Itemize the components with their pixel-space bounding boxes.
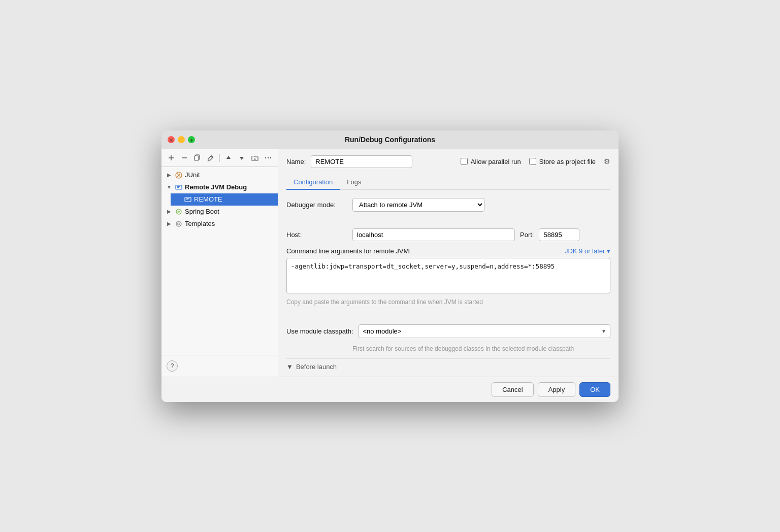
config-name-input[interactable] [311,155,412,168]
sidebar-item-remote-jvm[interactable]: ▼ Remote JVM Debug [161,181,278,193]
module-classpath-label: Use module classpath: [286,327,353,335]
move-up-button[interactable] [223,152,234,163]
sidebar-item-spring-label: Spring Boot [185,208,219,215]
cmd-label-row: Command line arguments for remote JVM: J… [286,247,610,255]
config-scroll-area: Debugger mode: Attach to remote JVM List… [286,198,610,371]
sidebar-toolbar [161,149,278,167]
remote-icon [184,195,192,204]
add-config-button[interactable] [166,152,177,163]
collapse-arrow-remote-jvm: ▼ [166,184,173,191]
maximize-button[interactable] [188,136,195,143]
before-launch-arrow: ▼ [286,363,293,371]
svg-point-23 [176,221,181,226]
new-folder-button[interactable] [249,152,261,163]
sidebar-item-junit[interactable]: ▶ JUnit [161,169,278,181]
sidebar-footer: ? [161,355,278,377]
more-button[interactable] [263,152,274,163]
apply-button[interactable]: Apply [538,382,576,397]
before-launch-section: ▼ Before launch [286,358,610,371]
host-input[interactable] [352,228,515,241]
header-options: Allow parallel run Store as project file… [461,157,610,165]
remote-no-arrow [175,196,182,203]
module-classpath-hint: First search for sources of the debugged… [352,345,610,352]
module-classpath-select[interactable]: <no module> [359,324,610,338]
dialog-title: Run/Debug Configurations [345,136,435,144]
section-divider-2 [286,316,610,316]
close-button[interactable] [168,136,175,143]
name-label: Name: [286,158,306,165]
host-label: Host: [286,231,347,239]
remove-config-button[interactable] [179,152,190,163]
minimize-button[interactable] [178,136,185,143]
spring-icon [175,208,183,216]
title-bar: Run/Debug Configurations [161,130,619,149]
help-button[interactable]: ? [167,360,178,372]
sidebar-item-remote[interactable]: REMOTE [171,193,278,206]
cmd-label: Command line arguments for remote JVM: [286,247,411,255]
toolbar-divider [219,154,220,162]
svg-rect-8 [194,156,199,160]
module-select-wrap: <no module> [359,324,610,338]
module-classpath-row: Use module classpath: <no module> [286,324,610,338]
cmd-section: Command line arguments for remote JVM: J… [286,247,610,308]
jdk-link[interactable]: JDK 9 or later ▾ [565,247,610,255]
window-controls [168,136,195,143]
collapse-arrow-spring: ▶ [166,208,173,215]
dialog-footer: Cancel Apply OK [161,377,619,402]
svg-point-13 [268,157,269,158]
ok-button[interactable]: OK [579,382,610,397]
sidebar: ▶ JUnit ▼ [161,149,278,377]
config-section: Debugger mode: Attach to remote JVM List… [286,198,610,352]
move-down-button[interactable] [236,152,247,163]
debugger-mode-row: Debugger mode: Attach to remote JVM List… [286,198,610,212]
allow-parallel-label[interactable]: Allow parallel run [461,158,521,165]
tab-configuration[interactable]: Configuration [286,175,340,190]
sidebar-item-remote-jvm-label: Remote JVM Debug [185,183,247,191]
allow-parallel-checkbox[interactable] [461,158,468,165]
junit-icon [175,171,183,179]
host-port-row: Host: Port: [286,228,610,241]
templates-icon [175,220,183,228]
sidebar-item-spring-boot[interactable]: ▶ Spring Boot [161,206,278,218]
sidebar-tree: ▶ JUnit ▼ [161,167,278,355]
sidebar-item-junit-label: JUnit [185,171,200,179]
cancel-button[interactable]: Cancel [492,382,533,397]
tab-logs[interactable]: Logs [340,175,368,190]
copy-config-button[interactable] [192,152,203,163]
header-row: Name: Allow parallel run Store as projec… [286,155,610,168]
collapse-arrow-junit: ▶ [166,172,173,179]
section-divider-1 [286,220,610,220]
cmd-hint: Copy and paste the arguments to the comm… [286,296,610,308]
cmd-textarea[interactable]: -agentlib:jdwp=transport=dt_socket,serve… [286,258,610,293]
port-label: Port: [520,231,534,239]
store-as-project-label[interactable]: Store as project file [529,158,596,165]
main-content: Name: Allow parallel run Store as projec… [278,149,619,377]
svg-point-14 [270,157,271,158]
run-debug-dialog: Run/Debug Configurations [161,130,619,402]
before-launch-header[interactable]: ▼ Before launch [286,363,610,371]
port-input[interactable] [539,228,579,241]
dialog-body: ▶ JUnit ▼ [161,149,619,377]
gear-icon[interactable]: ⚙ [604,157,610,165]
debugger-mode-label: Debugger mode: [286,201,347,209]
sidebar-item-remote-label: REMOTE [194,195,222,203]
remote-jvm-icon [175,183,183,191]
store-as-project-checkbox[interactable] [529,158,536,165]
debugger-mode-select[interactable]: Attach to remote JVM Listen to remote JV… [352,198,484,212]
before-launch-label: Before launch [296,363,337,371]
svg-point-12 [265,157,266,158]
sidebar-item-templates-label: Templates [185,220,215,227]
collapse-arrow-templates: ▶ [166,220,173,227]
sidebar-item-templates[interactable]: ▶ Templates [161,218,278,230]
tabs-row: Configuration Logs [286,175,610,190]
edit-defaults-button[interactable] [205,152,216,163]
